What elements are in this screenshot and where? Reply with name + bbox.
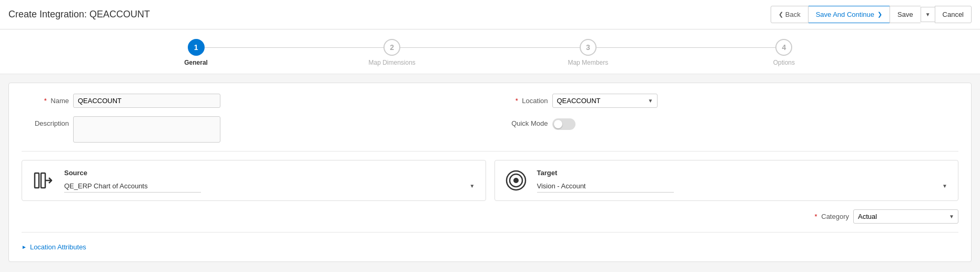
step-2-label: Map Dimensions (369, 59, 416, 66)
step-3-label: Map Members (568, 59, 608, 66)
divider-1 (22, 151, 958, 152)
chevron-right-icon: ❯ (877, 11, 882, 18)
name-location-row: * Name * Location QEACCOUNT ▼ (22, 94, 958, 108)
save-button[interactable]: Save (890, 6, 921, 23)
quickmode-toggle[interactable] (552, 118, 575, 130)
quickmode-label: Quick Mode (501, 116, 548, 127)
svg-point-5 (513, 178, 519, 183)
divider-2 (22, 232, 958, 233)
step-4-circle: 4 (775, 39, 792, 56)
location-group: * Location QEACCOUNT ▼ (501, 94, 959, 108)
cancel-button[interactable]: Cancel (935, 6, 972, 23)
source-card: Source QE_ERP Chart of Accounts ▼ (22, 160, 486, 201)
name-input[interactable] (73, 94, 220, 108)
description-group: Description (22, 116, 480, 143)
steps-container: 1 General 2 Map Dimensions 3 Map Members… (98, 39, 882, 66)
chevron-right-small-icon: ► (22, 244, 27, 250)
source-svg-icon (32, 169, 55, 192)
target-icon (503, 168, 529, 193)
source-icon (31, 168, 56, 193)
quickmode-toggle-wrapper (552, 116, 575, 130)
source-dropdown-icon: ▼ (470, 183, 475, 189)
step-3-circle: 3 (580, 39, 597, 56)
source-select-wrapper: QE_ERP Chart of Accounts ▼ (64, 180, 477, 193)
step-general[interactable]: 1 General (98, 39, 294, 66)
target-card: Target Vision - Account ▼ (494, 160, 959, 201)
location-select-wrapper: QEACCOUNT ▼ (552, 94, 658, 108)
category-select-wrapper: Actual ▼ (853, 209, 958, 224)
svg-rect-1 (41, 173, 45, 188)
top-actions: ❮ Back Save And Continue ❯ Save ▼ Cancel (771, 6, 972, 23)
step-1-label: General (184, 59, 208, 66)
step-1-circle: 1 (188, 39, 205, 56)
save-and-continue-button[interactable]: Save And Continue ❯ (809, 6, 890, 23)
name-label: * Name (22, 94, 69, 105)
back-button[interactable]: ❮ Back (771, 6, 809, 23)
description-label: Description (22, 116, 69, 127)
chevron-left-icon: ❮ (779, 11, 783, 18)
category-row: * Category Actual ▼ (22, 209, 958, 224)
category-label: * Category (815, 213, 849, 220)
location-select[interactable]: QEACCOUNT (552, 94, 658, 108)
svg-rect-0 (35, 173, 39, 188)
dropdown-arrow-icon: ▼ (925, 12, 931, 17)
quickmode-group: Quick Mode (501, 116, 959, 130)
target-dropdown-icon: ▼ (942, 183, 947, 189)
source-target-row: Source QE_ERP Chart of Accounts ▼ (22, 160, 958, 201)
target-select[interactable]: Vision - Account (537, 180, 674, 193)
description-textarea[interactable] (73, 116, 220, 143)
step-options[interactable]: 4 Options (686, 39, 882, 66)
name-group: * Name (22, 94, 480, 108)
source-content: Source QE_ERP Chart of Accounts ▼ (64, 169, 477, 193)
main-content: * Name * Location QEACCOUNT ▼ (0, 74, 980, 270)
location-attributes-row[interactable]: ► Location Attributes (22, 241, 958, 251)
step-map-members[interactable]: 3 Map Members (490, 39, 686, 66)
category-select[interactable]: Actual (853, 209, 958, 224)
toggle-knob (554, 120, 562, 128)
top-bar: Create Integration: QEACCOUNT ❮ Back Sav… (0, 0, 980, 29)
step-2-circle: 2 (383, 39, 400, 56)
source-select[interactable]: QE_ERP Chart of Accounts (64, 180, 201, 193)
step-map-dimensions[interactable]: 2 Map Dimensions (294, 39, 490, 66)
page-title: Create Integration: QEACCOUNT (8, 9, 150, 20)
target-select-wrapper: Vision - Account ▼ (537, 180, 950, 193)
target-svg-icon (504, 169, 528, 192)
steps-bar: 1 General 2 Map Dimensions 3 Map Members… (0, 29, 980, 74)
save-dropdown-button[interactable]: ▼ (921, 7, 935, 22)
source-title: Source (64, 169, 477, 177)
location-attributes-label[interactable]: Location Attributes (30, 243, 86, 251)
description-quickmode-row: Description Quick Mode (22, 116, 958, 143)
location-label: * Location (501, 94, 548, 105)
target-content: Target Vision - Account ▼ (537, 169, 950, 193)
target-title: Target (537, 169, 950, 177)
step-4-label: Options (773, 59, 795, 66)
form-card: * Name * Location QEACCOUNT ▼ (8, 83, 972, 262)
